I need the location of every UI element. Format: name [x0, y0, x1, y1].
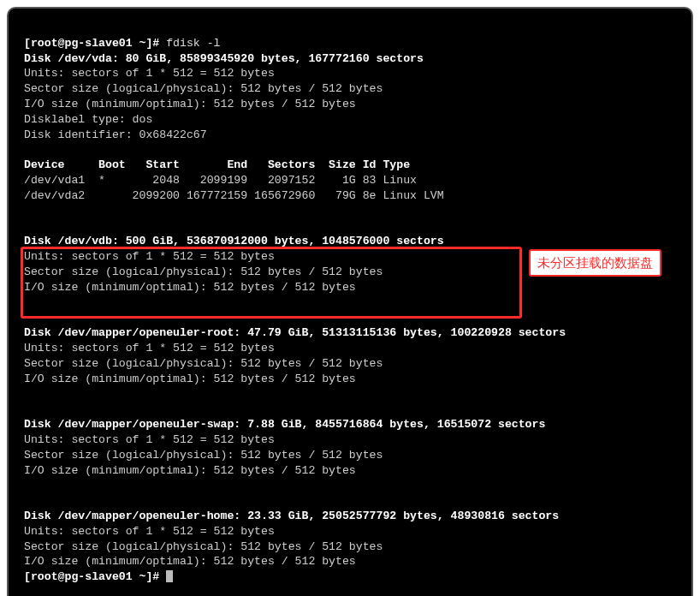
disk-vda-disklabel: Disklabel type: dos — [24, 113, 152, 126]
disk-mapper-root-io: I/O size (minimum/optimal): 512 bytes / … — [24, 372, 356, 385]
disk-mapper-swap-io: I/O size (minimum/optimal): 512 bytes / … — [24, 464, 356, 477]
disk-mapper-root-units: Units: sectors of 1 * 512 = 512 bytes — [24, 342, 275, 355]
disk-mapper-home-header: Disk /dev/mapper/openeuler-home: 23.33 G… — [24, 510, 559, 522]
terminal-output[interactable]: [root@pg-slave01 ~]# fdisk -l Disk /dev/… — [12, 12, 688, 596]
disk-mapper-home-sector: Sector size (logical/physical): 512 byte… — [24, 540, 383, 553]
disk-vda-diskid: Disk identifier: 0x68422c67 — [24, 128, 207, 141]
partition-row: /dev/vda1 * 2048 2099199 2097152 1G 83 L… — [24, 174, 417, 187]
disk-mapper-swap-header: Disk /dev/mapper/openeuler-swap: 7.88 Gi… — [24, 418, 545, 431]
disk-vdb-units: Units: sectors of 1 * 512 = 512 bytes — [24, 250, 275, 263]
prompt-line-1: [root@pg-slave01 ~]# fdisk -l — [24, 37, 221, 50]
terminal-window: [root@pg-slave01 ~]# fdisk -l Disk /dev/… — [7, 7, 693, 596]
disk-vdb-sector: Sector size (logical/physical): 512 byte… — [24, 265, 383, 278]
disk-vdb-io: I/O size (minimum/optimal): 512 bytes / … — [24, 281, 356, 294]
cursor — [166, 570, 173, 582]
disk-vda-units: Units: sectors of 1 * 512 = 512 bytes — [24, 67, 275, 80]
disk-mapper-swap-units: Units: sectors of 1 * 512 = 512 bytes — [24, 433, 275, 446]
command-text: fdisk -l — [166, 37, 220, 50]
highlight-label: 未分区挂载的数据盘 — [529, 249, 661, 277]
disk-mapper-home-io: I/O size (minimum/optimal): 512 bytes / … — [24, 555, 356, 568]
disk-mapper-root-sector: Sector size (logical/physical): 512 byte… — [24, 357, 383, 370]
disk-mapper-home-units: Units: sectors of 1 * 512 = 512 bytes — [24, 525, 275, 538]
partition-row: /dev/vda2 2099200 167772159 165672960 79… — [24, 189, 444, 202]
disk-mapper-root-header: Disk /dev/mapper/openeuler-root: 47.79 G… — [24, 326, 566, 339]
partition-table-header: Device Boot Start End Sectors Size Id Ty… — [24, 158, 410, 171]
disk-mapper-swap-sector: Sector size (logical/physical): 512 byte… — [24, 449, 383, 462]
disk-vda-io: I/O size (minimum/optimal): 512 bytes / … — [24, 98, 356, 110]
prompt-line-2: [root@pg-slave01 ~]# — [24, 570, 166, 583]
disk-vda-sector: Sector size (logical/physical): 512 byte… — [24, 82, 383, 95]
disk-vdb-header: Disk /dev/vdb: 500 GiB, 536870912000 byt… — [24, 235, 444, 247]
disk-vda-header: Disk /dev/vda: 80 GiB, 85899345920 bytes… — [24, 52, 424, 65]
